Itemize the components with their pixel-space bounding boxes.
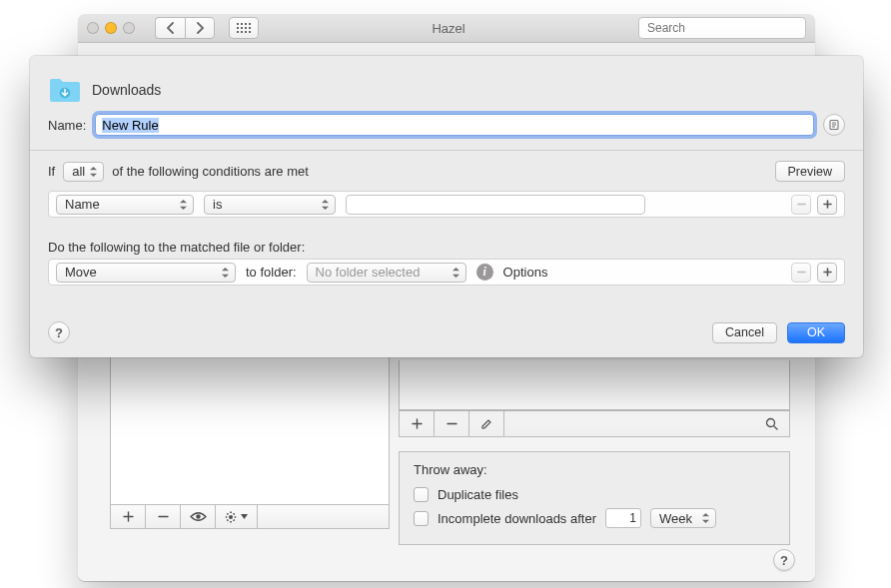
forward-button[interactable] — [185, 17, 215, 39]
svg-rect-1 — [241, 23, 243, 25]
close-window-button[interactable] — [87, 22, 99, 34]
pencil-icon — [480, 418, 492, 430]
throw-away-section: Throw away: Duplicate files Incomplete d… — [399, 451, 790, 545]
throw-away-title: Throw away: — [414, 462, 775, 477]
remove-rule-button[interactable] — [435, 411, 469, 436]
remove-action-button[interactable] — [791, 263, 811, 283]
condition-row: Name is — [48, 191, 845, 218]
incomplete-downloads-value[interactable] — [605, 508, 641, 528]
rules-search-button[interactable] — [754, 411, 789, 436]
svg-rect-4 — [237, 27, 239, 29]
action-row: Move to folder: No folder selected i Opt… — [48, 259, 845, 286]
action-options-label[interactable]: Options — [503, 265, 548, 280]
add-folder-button[interactable] — [111, 505, 146, 528]
svg-rect-9 — [241, 31, 243, 33]
chevron-right-icon — [196, 22, 205, 34]
window-title: Hazel — [265, 21, 632, 36]
search-icon — [765, 417, 778, 430]
incomplete-downloads-label: Incomplete downloads after — [438, 511, 596, 526]
rule-name-label: Name: — [48, 118, 86, 133]
action-verb-popup[interactable]: Move — [56, 263, 236, 283]
if-label: If — [48, 164, 55, 179]
action-to-label: to folder: — [246, 265, 297, 280]
svg-rect-8 — [237, 31, 239, 33]
svg-rect-7 — [249, 27, 251, 29]
rules-list[interactable] — [399, 360, 790, 410]
rule-notes-button[interactable] — [823, 114, 845, 136]
plus-icon — [412, 418, 423, 429]
folder-actions-menu[interactable] — [216, 505, 258, 528]
minus-icon — [797, 268, 806, 277]
action-destination-popup[interactable]: No folder selected — [307, 263, 466, 283]
eye-icon — [190, 511, 207, 522]
add-rule-button[interactable] — [400, 411, 435, 436]
rule-name-row: Name: — [30, 112, 863, 150]
remove-folder-button[interactable] — [146, 505, 181, 528]
rules-pane: Throw away: Duplicate files Incomplete d… — [399, 360, 790, 545]
nav-group — [155, 17, 215, 39]
condition-attribute-popup[interactable]: Name — [56, 195, 194, 215]
plus-icon — [823, 200, 832, 209]
chevron-down-icon — [241, 514, 248, 519]
edit-rule-button[interactable] — [469, 411, 504, 436]
add-action-button[interactable] — [817, 263, 837, 283]
remove-condition-button[interactable] — [791, 195, 811, 215]
search-field[interactable] — [638, 17, 806, 39]
zoom-window-button[interactable] — [123, 22, 135, 34]
preview-button[interactable]: Preview — [775, 161, 845, 182]
svg-line-22 — [234, 513, 235, 514]
folder-list[interactable] — [110, 339, 390, 529]
svg-point-15 — [229, 515, 233, 519]
sheet-header: Downloads — [30, 56, 863, 112]
svg-rect-11 — [249, 31, 251, 33]
conditions-section: If all of the following conditions are m… — [30, 151, 863, 228]
minus-icon — [158, 511, 169, 522]
cancel-button[interactable]: Cancel — [712, 322, 777, 343]
preview-folder-button[interactable] — [181, 505, 216, 528]
minus-icon — [797, 200, 806, 209]
duplicate-files-checkbox[interactable] — [414, 487, 429, 502]
rule-name-input[interactable] — [95, 114, 814, 136]
svg-rect-2 — [245, 23, 247, 25]
plus-icon — [823, 268, 832, 277]
svg-rect-3 — [249, 23, 251, 25]
condition-scope-popup[interactable]: all — [63, 162, 104, 182]
back-button[interactable] — [155, 17, 185, 39]
duplicate-files-label: Duplicate files — [438, 487, 518, 502]
sheet-footer: ? Cancel OK — [30, 311, 863, 357]
svg-rect-10 — [245, 31, 247, 33]
grid-icon — [237, 23, 251, 33]
condition-operator-popup[interactable]: is — [204, 195, 336, 215]
incomplete-downloads-unit[interactable]: Week — [650, 508, 716, 528]
ok-button[interactable]: OK — [787, 322, 845, 343]
svg-rect-0 — [237, 23, 239, 25]
show-all-button[interactable] — [229, 17, 259, 39]
gear-icon — [225, 510, 239, 524]
svg-point-14 — [196, 514, 200, 518]
conditions-suffix: of the following conditions are met — [112, 164, 309, 179]
svg-line-21 — [234, 519, 235, 520]
condition-value-input[interactable] — [346, 195, 645, 215]
svg-rect-5 — [241, 27, 243, 29]
help-button[interactable]: ? — [773, 549, 795, 571]
rules-toolbar — [399, 410, 790, 437]
titlebar: Hazel — [78, 14, 815, 43]
minimize-window-button[interactable] — [105, 22, 117, 34]
svg-line-25 — [774, 426, 777, 429]
folder-list-toolbar — [111, 504, 389, 528]
downloads-folder-icon — [48, 76, 82, 104]
plus-icon — [123, 511, 134, 522]
sheet-help-button[interactable]: ? — [48, 321, 70, 343]
search-input[interactable] — [645, 20, 799, 36]
note-icon — [828, 119, 840, 131]
info-icon: i — [476, 264, 493, 281]
chevron-left-icon — [166, 22, 175, 34]
rule-editor-sheet: Downloads Name: If all of the following … — [30, 56, 863, 357]
svg-rect-6 — [245, 27, 247, 29]
incomplete-downloads-checkbox[interactable] — [414, 511, 429, 526]
svg-line-20 — [227, 513, 228, 514]
add-condition-button[interactable] — [817, 195, 837, 215]
minus-icon — [446, 418, 457, 429]
sheet-folder-name: Downloads — [92, 82, 161, 98]
actions-label: Do the following to the matched file or … — [30, 228, 863, 259]
